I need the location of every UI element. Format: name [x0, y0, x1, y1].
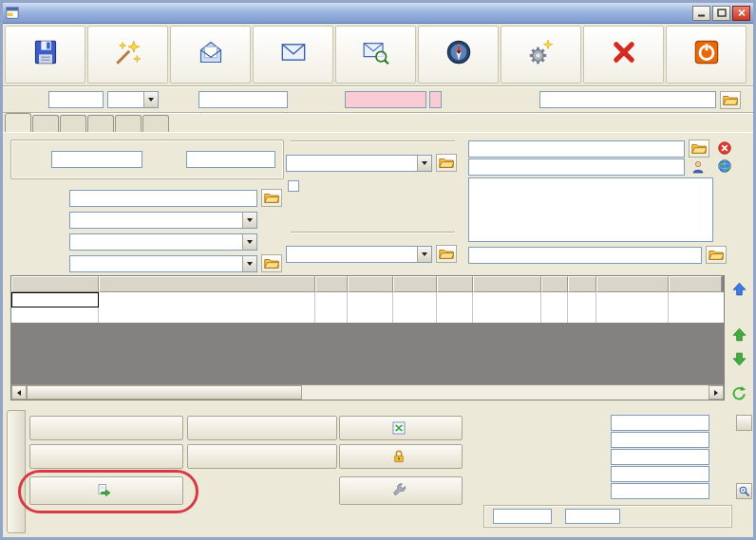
table-cell-empty[interactable]	[393, 307, 437, 323]
cell-val[interactable]	[437, 292, 473, 307]
cell-ns[interactable]	[669, 292, 722, 307]
column-header-quant[interactable]	[348, 276, 393, 292]
visual-button[interactable]	[170, 26, 251, 84]
op-eseguite-button[interactable]	[501, 26, 581, 84]
chevron-down-icon[interactable]	[242, 213, 256, 228]
minimize-button[interactable]	[692, 6, 710, 21]
column-header-imposte[interactable]	[596, 276, 669, 292]
scrollbar-thumb[interactable]	[27, 385, 302, 400]
visualizzazione-lookup-button[interactable]	[436, 245, 457, 263]
importazione-da-file-button[interactable]	[187, 416, 337, 440]
intestatario-input[interactable]	[468, 140, 685, 158]
cell-quant[interactable]	[348, 292, 393, 307]
table-row-empty[interactable]	[11, 307, 724, 323]
agente-input[interactable]	[69, 190, 257, 207]
help-button[interactable]	[736, 415, 752, 431]
aggiorna-prezzi-button[interactable]	[29, 416, 183, 440]
column-header-um[interactable]	[315, 276, 348, 292]
evasione-input[interactable]	[345, 91, 426, 108]
stampa-button[interactable]	[87, 26, 168, 84]
pagamento-lookup-button[interactable]	[261, 254, 282, 272]
scroll-left-button[interactable]	[11, 385, 27, 400]
num-input[interactable]	[51, 151, 142, 168]
tab-documenti[interactable]	[142, 115, 169, 132]
ndoc-input[interactable]	[48, 91, 104, 108]
elimina-tutte-le-linee-button[interactable]	[339, 416, 463, 440]
chevron-down-icon[interactable]	[143, 92, 158, 107]
chevron-down-icon[interactable]	[242, 256, 256, 271]
table-cell-empty[interactable]	[11, 307, 99, 323]
chevron-down-icon[interactable]	[417, 247, 431, 262]
salva-button[interactable]	[5, 26, 85, 84]
tab-note[interactable]	[87, 115, 114, 132]
table-cell-empty[interactable]	[315, 307, 348, 323]
bozza-checkbox[interactable]	[288, 180, 304, 192]
spettle-input[interactable]	[468, 158, 685, 176]
cell-descrizione[interactable]	[99, 292, 315, 307]
table-cell-empty[interactable]	[348, 307, 393, 323]
table-cell-empty[interactable]	[541, 307, 568, 323]
column-header-ns[interactable]	[669, 276, 722, 292]
title-bar[interactable]	[3, 3, 753, 24]
storico-movimenti-button[interactable]	[29, 444, 183, 469]
column-header-codart[interactable]	[11, 276, 99, 292]
cell-imposte[interactable]	[596, 292, 669, 307]
tab-altro[interactable]	[32, 115, 59, 132]
elimina-button[interactable]	[583, 26, 664, 84]
messaggio-button[interactable]	[253, 26, 333, 84]
tab-consegna[interactable]	[60, 115, 86, 132]
intestatario-lookup-button[interactable]	[689, 140, 709, 158]
column-header-s2[interactable]	[568, 276, 596, 292]
table-cell-empty[interactable]	[669, 307, 722, 323]
table-cell-empty[interactable]	[568, 307, 596, 323]
table-cell-empty[interactable]	[437, 307, 473, 323]
visualizzazione-select[interactable]	[286, 246, 432, 263]
clear-recipient-button[interactable]	[715, 139, 734, 157]
verifica-disponibilita-button[interactable]	[187, 444, 337, 469]
chevron-down-icon[interactable]	[242, 234, 256, 250]
zoom-total-button[interactable]	[736, 483, 752, 499]
close-button[interactable]	[732, 6, 750, 21]
azioni-panel-tab[interactable]	[7, 410, 26, 533]
column-header-evaso[interactable]	[393, 276, 437, 292]
tab-doc[interactable]	[5, 113, 31, 132]
navigatore-button[interactable]	[418, 26, 499, 84]
checkbox-box[interactable]	[288, 180, 299, 192]
scroll-right-button[interactable]	[709, 385, 724, 400]
cell-s1[interactable]	[541, 292, 568, 307]
recipient-address-box[interactable]	[468, 177, 713, 242]
table-cell-empty[interactable]	[473, 307, 541, 323]
column-header-descrizione[interactable]	[99, 276, 315, 292]
globe-button[interactable]	[715, 157, 734, 175]
tab-altri-campi[interactable]	[115, 115, 142, 132]
referente-input[interactable]	[468, 247, 702, 264]
venditore-select[interactable]	[69, 233, 257, 251]
horizontal-scrollbar[interactable]	[11, 384, 724, 400]
listino-select[interactable]	[69, 212, 257, 229]
agente-lookup-button[interactable]	[261, 189, 282, 207]
move-line-up-button[interactable]	[728, 278, 749, 299]
sposta-da-altro-doc-button[interactable]	[29, 476, 183, 505]
cell-codart[interactable]	[11, 292, 99, 307]
table-cell-empty[interactable]	[99, 307, 315, 323]
blocca-sblocca-linee-button[interactable]	[339, 444, 463, 469]
rif-data-input[interactable]	[186, 151, 275, 168]
causale-lookup-button[interactable]	[720, 91, 741, 109]
column-header-s1[interactable]	[541, 276, 568, 292]
uscita-button[interactable]	[666, 26, 747, 84]
pagamento-select[interactable]	[69, 255, 257, 272]
chevron-down-icon[interactable]	[417, 156, 431, 171]
cell-s2[interactable]	[568, 292, 596, 307]
maximize-button[interactable]	[712, 6, 730, 21]
line-down-button[interactable]	[728, 348, 749, 369]
table-cell-empty[interactable]	[596, 307, 669, 323]
stato-select[interactable]	[286, 155, 432, 172]
causale-input[interactable]	[539, 91, 716, 108]
cell-evaso[interactable]	[393, 292, 437, 307]
refresh-lines-button[interactable]	[728, 382, 749, 403]
data-input[interactable]	[198, 91, 288, 108]
cell-prezzo[interactable]	[473, 292, 541, 307]
evasione-extra-input[interactable]	[429, 91, 442, 108]
referente-lookup-button[interactable]	[706, 246, 727, 264]
table-row[interactable]	[11, 292, 724, 307]
